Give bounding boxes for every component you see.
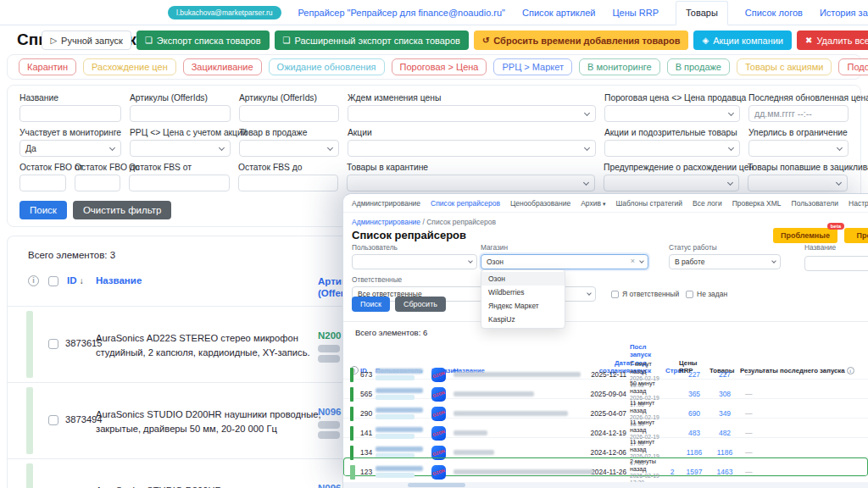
- f3-select-7[interactable]: [748, 175, 848, 191]
- f1-select-5[interactable]: [604, 105, 740, 122]
- goods-count-link[interactable]: 1463: [709, 468, 740, 476]
- f3-select-5[interactable]: [347, 175, 595, 191]
- nav-item-1[interactable]: Репрайсер "Репрайсер для finance@noaudio…: [298, 8, 505, 18]
- goods-count-link[interactable]: 1186: [709, 448, 740, 457]
- modal-nav-item-1[interactable]: Администрирование: [352, 199, 420, 208]
- select-value: В работе: [675, 258, 704, 266]
- chip-8[interactable]: В продаже: [667, 58, 730, 75]
- clear-filter-button[interactable]: Очистить фильтр: [73, 201, 172, 219]
- modal-nav-item-4[interactable]: Архив▾: [581, 199, 605, 208]
- export-products-button[interactable]: ❏Экспорт списка товаров: [136, 30, 270, 50]
- f2-select-2[interactable]: [130, 140, 231, 157]
- f3-input-1[interactable]: [19, 175, 66, 191]
- row-checkbox[interactable]: [48, 339, 58, 349]
- modal-nav-item-2[interactable]: Список репрайсеров: [431, 199, 500, 208]
- goods-count-link[interactable]: 308: [709, 390, 740, 398]
- product-article-link[interactable]: N200: [318, 330, 342, 341]
- product-article-link[interactable]: N096: [318, 483, 342, 488]
- f2-select-1[interactable]: Да: [19, 140, 121, 157]
- modal-filter-buttons: Поиск Сбросить: [352, 297, 446, 312]
- modal-nav-item-9[interactable]: Настройки: [849, 199, 868, 208]
- chevron-down-icon: [837, 145, 843, 151]
- chip-1[interactable]: Карантин: [19, 58, 76, 75]
- modal-search-button[interactable]: Поиск: [352, 297, 390, 312]
- product-article-link[interactable]: N096: [318, 407, 342, 417]
- user-filter-select[interactable]: [352, 254, 477, 269]
- rrp-count-link[interactable]: 1597: [679, 468, 709, 476]
- f3-input-4[interactable]: [238, 175, 338, 191]
- nav-item-2[interactable]: Список артиклей: [522, 8, 595, 18]
- f2-select-5[interactable]: [604, 140, 740, 157]
- modal-nav-item-3[interactable]: Ценообразование: [510, 199, 570, 208]
- chip-3[interactable]: Зацикливание: [183, 58, 262, 75]
- chip-4[interactable]: Ожидание обновления: [269, 58, 385, 75]
- manual-run-button[interactable]: ▷Ручной запуск: [42, 30, 131, 50]
- shop-option-4[interactable]: KaspiUz: [481, 313, 565, 326]
- chip-5[interactable]: Пороговая > Цена: [392, 58, 487, 75]
- export-products-extended-button[interactable]: ❏Расширенный экспорт списка товаров: [275, 30, 469, 50]
- shop-filter-select[interactable]: Озон ×: [481, 254, 648, 269]
- f1-input-2[interactable]: [130, 105, 231, 122]
- breadcrumb-parent[interactable]: Администрирование: [352, 218, 420, 226]
- rrp-count-link[interactable]: 1186: [679, 448, 709, 457]
- repricer-row: 673OZON2025-12-117 минут назад2026-02-19…: [343, 360, 868, 380]
- repricer-row: 123OZON2024-11-262 минуты назад2026-02-1…: [343, 458, 868, 477]
- shop-option-1[interactable]: Озон: [481, 272, 565, 286]
- modal-nav-item-6[interactable]: Все логи: [693, 199, 722, 208]
- status-filter-select[interactable]: В работе: [669, 254, 781, 269]
- f2-select-4[interactable]: [348, 140, 596, 157]
- chip-7[interactable]: В мониторинге: [579, 58, 660, 75]
- chip-9[interactable]: Товары с акциями: [737, 58, 832, 75]
- f1-input-1[interactable]: [19, 105, 121, 122]
- modal-nav-item-7[interactable]: Проверка XML: [732, 199, 782, 208]
- name-filter-input[interactable]: [804, 256, 868, 271]
- close-icon[interactable]: ×: [631, 257, 635, 265]
- f3-input-2[interactable]: [75, 175, 120, 191]
- chip-2[interactable]: Расхождение цен: [83, 58, 176, 75]
- nav-item-3[interactable]: Цены RRP: [612, 8, 659, 18]
- f3-input-3[interactable]: [129, 175, 230, 191]
- company-promos-button[interactable]: ◈Акции компании: [693, 30, 792, 50]
- column-name[interactable]: Название: [96, 275, 142, 286]
- column-id[interactable]: ID ↓: [67, 275, 84, 286]
- goods-count-link[interactable]: 349: [709, 409, 740, 418]
- scrollbar-thumb[interactable]: [408, 483, 465, 487]
- f1-select-4[interactable]: [348, 105, 596, 122]
- shop-option-3[interactable]: Яндекс Маркет: [481, 299, 565, 313]
- nav-item-5[interactable]: Список логов: [745, 8, 803, 18]
- select-all-checkbox[interactable]: [48, 276, 58, 286]
- f1-field-3: Артикулы (OfferIds): [239, 93, 339, 122]
- f2-select-6[interactable]: [748, 140, 849, 157]
- f3-select-6[interactable]: [604, 175, 739, 191]
- modal-nav-item-8[interactable]: Пользователи: [792, 199, 838, 208]
- delete-all-button[interactable]: ✖Удалить все п: [797, 30, 868, 50]
- f3-field-4: Остаток FBS до: [238, 163, 338, 191]
- chip-6[interactable]: РРЦ > Маркет: [493, 58, 572, 75]
- shop-option-2[interactable]: Wildberries: [481, 286, 565, 299]
- search-button[interactable]: Поиск: [19, 201, 67, 219]
- f1-input-6[interactable]: [748, 105, 849, 122]
- filter-label: Остаток FBS от: [129, 163, 230, 172]
- user-badge[interactable]: l.bukachova@marketparser.ru: [168, 6, 281, 19]
- goods-count-link[interactable]: 227: [709, 370, 740, 379]
- goods-count-link[interactable]: 482: [709, 429, 740, 437]
- problem-repricers-button-2[interactable]: Проб: [844, 228, 868, 243]
- reset-add-times-button[interactable]: ↺Сбросить времени добавления товаров: [474, 30, 689, 50]
- f2-select-3[interactable]: [239, 140, 339, 157]
- problem-repricers-button[interactable]: Проблемные beta: [773, 228, 837, 243]
- f1-input-3[interactable]: [239, 105, 339, 122]
- nav-item-4[interactable]: Товары: [676, 1, 728, 25]
- rrp-count-link[interactable]: 690: [679, 409, 709, 418]
- rrp-count-link[interactable]: 365: [679, 390, 709, 398]
- modal-reset-button[interactable]: Сбросить: [395, 297, 446, 312]
- checkbox[interactable]: [686, 291, 693, 298]
- chip-10[interactable]: Подозрительные товары с акциями: [838, 58, 868, 75]
- checkbox[interactable]: [611, 291, 619, 298]
- nav-item-6[interactable]: История загрузки файлов: [820, 8, 868, 18]
- strategy-link[interactable]: 2: [665, 468, 679, 476]
- modal-nav-item-5[interactable]: Шаблоны стратегий: [616, 199, 682, 208]
- chevron-down-icon: [327, 145, 333, 151]
- rrp-count-link[interactable]: 483: [679, 429, 709, 437]
- rrp-count-link[interactable]: 227: [679, 370, 709, 379]
- row-checkbox[interactable]: [48, 415, 58, 425]
